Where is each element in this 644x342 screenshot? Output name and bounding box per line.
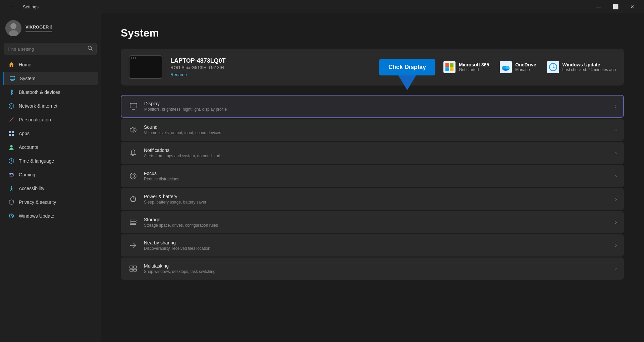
sidebar-item-label: Privacy & security <box>19 199 56 205</box>
svg-rect-45 <box>130 224 136 225</box>
gaming-icon <box>8 171 15 178</box>
rename-link[interactable]: Rename <box>170 72 371 77</box>
sidebar-item-time[interactable]: Time & language <box>3 154 98 168</box>
privacy-icon <box>8 199 15 206</box>
svg-line-24 <box>11 189 12 191</box>
focus-title: Focus <box>144 171 610 176</box>
chevron-right-icon: › <box>615 266 617 272</box>
settings-item-notifications[interactable]: Notifications Alerts from apps and syste… <box>121 142 624 164</box>
svg-point-19 <box>13 175 13 175</box>
close-button[interactable]: ✕ <box>625 1 640 12</box>
search-icon <box>88 46 93 52</box>
svg-rect-8 <box>9 131 11 133</box>
svg-point-20 <box>11 186 12 187</box>
settings-item-storage[interactable]: Storage Storage space, drives, configura… <box>121 211 624 233</box>
settings-item-nearby[interactable]: Nearby sharing Discoverability, received… <box>121 234 624 256</box>
display-icon <box>128 101 139 112</box>
maximize-button[interactable]: ⬜ <box>608 1 623 12</box>
minimize-button[interactable]: — <box>591 1 606 12</box>
click-display-callout: Click Display <box>379 59 435 75</box>
svg-rect-50 <box>133 269 137 271</box>
device-info: LAPTOP-4873LQ0T ROG Strix G513IH_G513IH … <box>170 57 371 77</box>
chevron-right-icon: › <box>615 242 617 248</box>
svg-rect-27 <box>445 63 449 67</box>
titlebar-controls: — ⬜ ✕ <box>591 1 640 12</box>
sidebar-item-accessibility[interactable]: Accessibility <box>3 182 98 195</box>
search-input[interactable] <box>8 47 88 52</box>
settings-item-display[interactable]: Display Monitors, brightness, night ligh… <box>121 95 624 118</box>
onedrive-icon <box>500 61 512 73</box>
svg-point-40 <box>133 176 133 176</box>
quick-link-onedrive[interactable]: OneDrive Manage <box>500 61 536 73</box>
page-title: System <box>121 27 624 39</box>
sound-subtitle: Volume levels, output, input, sound devi… <box>144 130 610 135</box>
winupdate-subtitle: Last checked: 24 minutes ago <box>562 67 616 72</box>
winupdate-title: Windows Update <box>562 62 616 67</box>
settings-item-sound[interactable]: Sound Volume levels, output, input, soun… <box>121 119 624 141</box>
settings-item-focus[interactable]: Focus Reduce distractions › <box>121 165 624 187</box>
storage-icon <box>128 217 139 228</box>
settings-item-power[interactable]: Power & battery Sleep, battery usage, ba… <box>121 188 624 210</box>
svg-rect-5 <box>10 76 15 80</box>
user-profile[interactable]: VIKROGER 3 <box>0 13 101 42</box>
app-body: VIKROGER 3 Home System Bluetooth & devic… <box>0 13 644 342</box>
sidebar-item-accounts[interactable]: Accounts <box>3 140 98 154</box>
accounts-icon <box>8 144 15 151</box>
main-content: System LAPTOP-4873LQ0T ROG Strix G513IH_… <box>101 13 644 342</box>
quick-link-winupdate[interactable]: Windows Update Last checked: 24 minutes … <box>547 61 616 73</box>
device-card: LAPTOP-4873LQ0T ROG Strix G513IH_G513IH … <box>121 49 624 86</box>
power-subtitle: Sleep, battery usage, battery saver <box>144 200 610 205</box>
network-icon <box>8 103 15 109</box>
svg-rect-30 <box>450 67 453 71</box>
svg-rect-44 <box>130 222 136 223</box>
power-icon <box>128 194 139 205</box>
ms365-subtitle: Get started <box>459 67 489 72</box>
sidebar-item-apps[interactable]: Apps <box>3 127 98 140</box>
nearby-title: Nearby sharing <box>144 240 610 245</box>
bluetooth-icon <box>8 89 15 96</box>
notifications-subtitle: Alerts from apps and system, do not dist… <box>144 154 610 158</box>
winupdate-icon <box>547 61 559 73</box>
multitasking-subtitle: Snap windows, desktops, task switching <box>144 269 610 274</box>
svg-point-33 <box>505 66 509 69</box>
svg-marker-26 <box>397 73 417 90</box>
sidebar-item-privacy[interactable]: Privacy & security <box>3 195 98 209</box>
settings-item-multitasking[interactable]: Multitasking Snap windows, desktops, tas… <box>121 258 624 280</box>
chevron-right-icon: › <box>615 173 617 179</box>
update-icon <box>8 213 15 219</box>
user-name: VIKROGER 3 <box>25 24 52 30</box>
notifications-title: Notifications <box>144 148 610 153</box>
notifications-icon <box>128 148 139 158</box>
sidebar-item-label: Time & language <box>19 158 54 164</box>
sidebar-item-gaming[interactable]: Gaming <box>3 168 98 181</box>
display-subtitle: Monitors, brightness, night light, displ… <box>144 107 609 112</box>
quick-link-ms365[interactable]: Microsoft 365 Get started <box>443 61 489 73</box>
sidebar-item-update[interactable]: Windows Update <box>3 209 98 223</box>
svg-rect-6 <box>11 80 13 81</box>
svg-rect-49 <box>130 269 133 271</box>
svg-point-12 <box>10 145 12 148</box>
onedrive-subtitle: Manage <box>515 67 536 72</box>
svg-line-4 <box>91 49 93 51</box>
nav-list: Home System Bluetooth & devices Network … <box>0 58 101 223</box>
svg-rect-48 <box>133 266 137 268</box>
svg-rect-11 <box>12 134 14 136</box>
sidebar-item-personalization[interactable]: Personalization <box>3 113 98 126</box>
svg-rect-10 <box>9 134 11 136</box>
system-icon <box>9 75 16 82</box>
nearby-icon <box>128 240 139 251</box>
sidebar-item-network[interactable]: Network & internet <box>3 99 98 113</box>
sidebar-item-label: Accounts <box>19 145 38 150</box>
user-bar <box>25 31 52 32</box>
avatar <box>5 20 21 36</box>
click-display-button[interactable]: Click Display <box>379 59 435 75</box>
sidebar-item-system[interactable]: System <box>3 72 98 85</box>
sidebar-item-home[interactable]: Home <box>3 58 98 71</box>
svg-rect-35 <box>130 103 137 108</box>
sidebar-item-bluetooth[interactable]: Bluetooth & devices <box>3 86 98 99</box>
search-box[interactable] <box>4 43 97 55</box>
chevron-right-icon: › <box>615 127 617 133</box>
sidebar-item-label: Gaming <box>19 172 35 177</box>
back-button[interactable]: ← <box>4 1 19 12</box>
power-title: Power & battery <box>144 194 610 199</box>
